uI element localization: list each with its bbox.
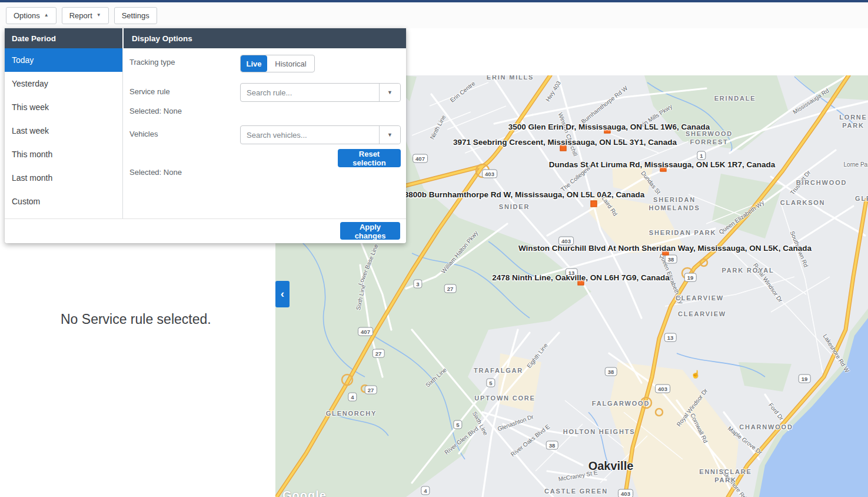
tracking-type-toggle: Live Historical (240, 55, 315, 72)
toolbar-button-label: Settings (122, 11, 149, 20)
sidebar-item-today[interactable]: Today (5, 48, 122, 72)
route-shield: 27 (373, 349, 385, 358)
route-shield: 27 (365, 386, 377, 395)
map-place-label: HOLTON HEIGHTS (563, 428, 636, 436)
caret-down-icon: ▼ (97, 13, 101, 18)
map-place-label: ENNISCLARE PARK (699, 468, 752, 485)
map-place-label: TRAFALGAR (474, 367, 523, 375)
map-street-label: Lorne Park (844, 161, 868, 168)
address-label: Dundas St At Liruma Rd, Mississauga, ON … (549, 160, 775, 169)
map-place-label: ERINDALE (714, 95, 756, 103)
map-place-label: PARK ROYAL (722, 267, 774, 275)
vehicles-selected-status: Selected: None (129, 168, 182, 177)
address-label: 3800b Burnhamthorpe Rd W, Mississauga, O… (404, 190, 645, 199)
toolbar: Options▲Report▼Settings (0, 2, 868, 28)
vehicles-search: ▼ (240, 125, 401, 144)
map-city-label: Oakville (588, 459, 634, 473)
address-label: 3971 Seebring Crescent, Mississauga, ON … (453, 138, 677, 147)
toolbar-button-label: Options (14, 11, 40, 20)
route-shield: 403 (482, 170, 497, 178)
sidebar-item-this-month[interactable]: This month (5, 143, 122, 166)
route-shield: 407 (413, 154, 428, 163)
hand-cursor-icon: ☝ (691, 370, 700, 379)
toolbar-button-options[interactable]: Options▲ (6, 7, 56, 24)
map-watermark-logo: Google (282, 489, 327, 497)
toolbar-button-report[interactable]: Report▼ (62, 7, 109, 24)
map-place-label: FALGARWOOD (592, 400, 650, 408)
chevron-left-icon: ‹ (281, 288, 284, 299)
route-shield: 4 (421, 486, 430, 495)
tracking-live-option[interactable]: Live (241, 55, 267, 72)
tracking-historical-option[interactable]: Historical (267, 55, 314, 72)
route-shield: 13 (664, 333, 677, 342)
service-rule-selected-status: Selected: None (129, 107, 182, 115)
route-shield: 27 (444, 284, 457, 293)
service-rule-label: Service rule (129, 87, 170, 96)
map-place-label: CLARKSON (780, 199, 826, 207)
route-shield: 38 (546, 441, 558, 450)
route-shield: 4 (348, 393, 357, 402)
date-period-list: TodayYesterdayThis weekLast weekThis mon… (5, 48, 122, 218)
map-place-label: LORNE PARK (839, 114, 867, 130)
date-period-header: Date Period (5, 28, 122, 48)
map-place-label: GLENORCHY (326, 410, 377, 418)
toolbar-button-settings[interactable]: Settings (114, 7, 157, 24)
sidebar-item-last-month[interactable]: Last month (5, 166, 122, 190)
tracking-type-label: Tracking type (129, 58, 175, 67)
collapse-panel-button[interactable]: ‹ (275, 281, 290, 307)
address-label: 3500 Glen Erin Dr, Mississauga, ON L5L 1… (508, 122, 710, 131)
route-shield: 407 (358, 327, 373, 336)
route-shield: 1 (697, 151, 706, 160)
route-shield: 403 (655, 385, 670, 393)
apply-changes-button[interactable]: Apply changes (340, 222, 400, 240)
service-rule-search: ▼ (240, 83, 401, 102)
map-place-label: BIRCHWOOD (796, 179, 847, 187)
route-shield: 3 (413, 280, 422, 289)
route-shield: 38 (605, 367, 617, 376)
sidebar-item-last-week[interactable]: Last week (5, 119, 122, 143)
vehicles-input[interactable] (240, 125, 401, 144)
map-place-label: SHERWOOD FORREST (686, 130, 733, 147)
caret-up-icon: ▲ (44, 13, 49, 18)
panel-divider (122, 48, 123, 218)
map-place-label: SNIDER (499, 203, 530, 211)
vehicles-label: Vehicles (129, 130, 158, 138)
map-place-label: SHERIDAN PARK (649, 229, 716, 237)
sidebar-item-custom[interactable]: Custom (5, 190, 122, 213)
route-shield: 5 (453, 420, 462, 429)
route-shield: 403 (618, 489, 633, 497)
route-shield: 5 (486, 379, 495, 387)
route-shield: 38 (665, 255, 677, 264)
options-panel: Date Period Display Options TodayYesterd… (5, 28, 406, 243)
service-rule-dropdown-button[interactable]: ▼ (379, 84, 400, 101)
chevron-down-icon: ▼ (387, 132, 393, 138)
map-place-label: CLEARVIEW (676, 294, 724, 303)
display-options-header: Display Options (124, 28, 406, 48)
route-shield: 19 (684, 273, 697, 282)
address-label: Winston Churchill Blvd At North Sheridan… (518, 244, 812, 253)
map-place-label: UPTOWN CORE (474, 395, 535, 403)
sidebar-item-this-week[interactable]: This week (5, 95, 122, 119)
map-place-label: CASTLE GREEN (544, 488, 608, 496)
service-rule-input[interactable] (240, 83, 401, 102)
sidebar-item-yesterday[interactable]: Yesterday (5, 72, 122, 95)
map-place-label: SHERIDAN HOMELANDS (648, 196, 700, 213)
panel-footer: Apply changes (5, 218, 406, 243)
route-shield: 19 (799, 375, 811, 383)
chevron-down-icon: ▼ (387, 90, 393, 95)
map-place-label: GLEN (855, 195, 868, 203)
vehicles-dropdown-button[interactable]: ▼ (379, 126, 400, 144)
vehicle-stop-marker[interactable] (591, 201, 597, 207)
map-place-label: ERIN MILLS (487, 75, 534, 82)
reset-selection-button[interactable]: Reset selection (338, 149, 401, 167)
toolbar-button-label: Report (69, 11, 92, 20)
map-place-label: CLEARVIEW (678, 310, 726, 319)
address-label: 2478 Ninth Line, Oakville, ON L6H 7G9, C… (492, 273, 670, 282)
map-place-label: CHARNWOOD (739, 423, 793, 432)
empty-state-message: No Service rule selected. (61, 312, 211, 327)
app-root: Options▲Report▼Settings No Service rule … (0, 0, 868, 497)
